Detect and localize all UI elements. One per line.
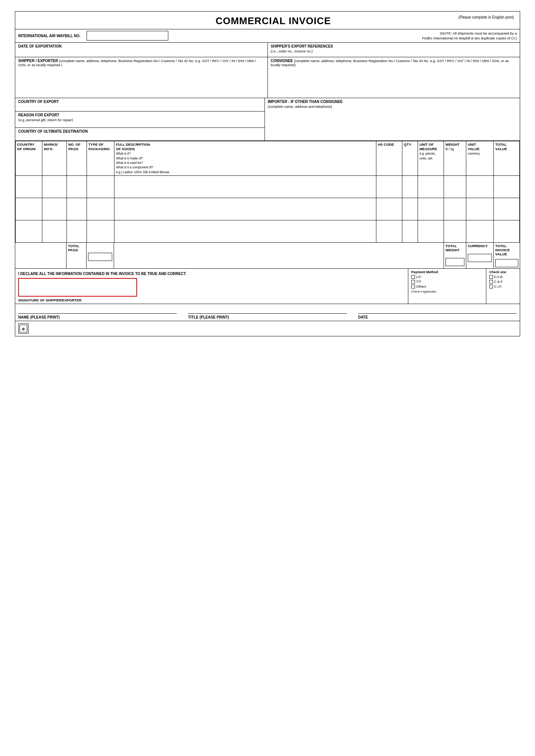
cell-desc[interactable]	[114, 198, 376, 220]
payment-options: L/C T/T Others	[411, 275, 483, 288]
date-input[interactable]	[358, 306, 517, 314]
cell-country[interactable]	[16, 176, 42, 198]
totals-pkgs-input[interactable]	[87, 243, 114, 268]
col-header-hscode: HS CODE	[376, 141, 402, 175]
payment-method-box: Payment Method L/C T/T Others	[408, 269, 486, 304]
sig-label: SIGNATURE OF SHIPPER/EXPORTER	[18, 298, 405, 302]
cell-hscode[interactable]	[376, 198, 402, 220]
cell-type[interactable]	[87, 198, 114, 220]
cell-desc[interactable]	[114, 220, 376, 243]
invoice-value-input-box[interactable]	[495, 259, 518, 267]
check-one-box: Check one F.O.B. C & F C.I.F.	[486, 269, 520, 304]
cell-desc[interactable]	[114, 176, 376, 198]
cell-weight[interactable]	[444, 220, 466, 243]
pm-option-others: Others	[411, 285, 483, 288]
cell-totalval[interactable]	[494, 176, 520, 198]
co-checkbox-cif[interactable]	[489, 285, 493, 288]
col-header-totalval: TOTALVALUE	[494, 141, 520, 175]
date-label: DATE	[358, 315, 517, 319]
cell-marks[interactable]	[42, 220, 67, 243]
name-label: NAME (PLEASE PRINT)	[18, 315, 177, 319]
totals-empty-mid	[114, 243, 444, 268]
bottom-row: NAME (PLEASE PRINT) TITLE (PLEASE PRINT)…	[15, 304, 520, 321]
title-label: TITLE (PLEASE PRINT)	[188, 315, 347, 319]
cell-marks[interactable]	[42, 176, 67, 198]
waybill-label: INTERNATIONAL AIR WAYBILL NO.	[15, 32, 84, 40]
cell-uom[interactable]	[418, 176, 444, 198]
cell-country[interactable]	[16, 220, 42, 243]
co-checkbox-fob[interactable]	[489, 275, 493, 279]
cell-qty[interactable]	[402, 220, 418, 243]
cell-totalval[interactable]	[494, 220, 520, 243]
cell-qty[interactable]	[402, 198, 418, 220]
cell-country[interactable]	[16, 198, 42, 220]
logo-row: e	[15, 321, 520, 336]
totals-pkgs-label: TOTAL PKGS	[67, 243, 87, 268]
cell-uom[interactable]	[418, 198, 444, 220]
cell-totalval[interactable]	[494, 198, 520, 220]
pm-checkbox-tt[interactable]	[411, 280, 415, 284]
col-header-type: TYPE OFPACKAGING	[87, 141, 114, 175]
waybill-row: INTERNATIONAL AIR WAYBILL NO. (NOTE: All…	[15, 29, 520, 43]
cell-hscode[interactable]	[376, 220, 402, 243]
cell-nopkgs[interactable]	[67, 220, 87, 243]
totals-invoice-label: TOTAL INVOICE VALUE	[494, 243, 520, 268]
totals-weight-label: TOTAL WEIGHT	[444, 243, 466, 268]
col-header-uom: UNIT OFMEASUREe.g. pieces,units, set.	[418, 141, 444, 175]
co-checkbox-cf[interactable]	[489, 280, 493, 284]
signature-box[interactable]	[18, 278, 137, 297]
please-complete: (Please complete in English print)	[458, 15, 514, 19]
col-header-unitval: UNITVALUEcurrency	[466, 141, 494, 175]
col-header-qty: QTY.	[402, 141, 418, 175]
cell-nopkgs[interactable]	[67, 198, 87, 220]
waybill-input[interactable]	[87, 31, 168, 41]
doc-title: COMMERCIAL INVOICE	[88, 15, 458, 27]
pm-checkbox-others[interactable]	[411, 285, 415, 288]
consignee-cell: CONSIGNEE (complete name, address, telep…	[268, 57, 520, 98]
col-header-nopkgs: NO. OFPKGS	[67, 141, 87, 175]
desc-note: What is it?What is it made of?What is it…	[116, 152, 170, 174]
pm-checkbox-lc[interactable]	[411, 275, 415, 279]
name-input[interactable]	[18, 306, 177, 314]
title-field: TITLE (PLEASE PRINT)	[188, 306, 347, 319]
cell-unitval[interactable]	[466, 198, 494, 220]
col-header-weight: WEIGHTlb / kg	[444, 141, 466, 175]
cell-uom[interactable]	[418, 220, 444, 243]
cell-weight[interactable]	[444, 198, 466, 220]
pm-option-tt: T/T	[411, 280, 483, 284]
title-input[interactable]	[188, 306, 347, 314]
items-table: COUNTRYOF ORIGIN MARKS/NO'S. NO. OFPKGS …	[15, 141, 520, 243]
col-header-country: COUNTRYOF ORIGIN	[16, 141, 42, 175]
cell-type[interactable]	[87, 220, 114, 243]
currency-input-box[interactable]	[468, 254, 492, 262]
pm-applicable: Check if applicable	[411, 290, 483, 293]
co-option-cf: C & F	[489, 280, 517, 284]
check-one-options: F.O.B. C & F C.I.F.	[489, 275, 517, 288]
table-row	[16, 198, 520, 220]
totals-currency-label: CURRENCY	[466, 243, 494, 268]
header-row: COMMERCIAL INVOICE (Please complete in E…	[15, 12, 520, 29]
table-header-row: COUNTRYOF ORIGIN MARKS/NO'S. NO. OFPKGS …	[16, 141, 520, 175]
date-export-cell: DATE OF EXPORTATION	[15, 43, 268, 57]
date-field: DATE	[358, 306, 517, 319]
col-header-desc: FULL DESCRIPTIONOF GOODS What is it?What…	[114, 141, 376, 175]
shipper-cell: SHIPPER / EXPORTER (complete name, addre…	[15, 57, 268, 98]
cell-hscode[interactable]	[376, 176, 402, 198]
cell-marks[interactable]	[42, 198, 67, 220]
cell-weight[interactable]	[444, 176, 466, 198]
payment-check-section: Payment Method L/C T/T Others	[408, 269, 520, 304]
country-destination-cell: COUNTRY OF ULTIMATE DESTINATION	[15, 128, 265, 140]
cell-qty[interactable]	[402, 176, 418, 198]
cell-type[interactable]	[87, 176, 114, 198]
totals-row: TOTAL PKGS TOTAL WEIGHT CURRENCY TOTAL I…	[15, 243, 520, 269]
cell-unitval[interactable]	[466, 176, 494, 198]
cell-nopkgs[interactable]	[67, 176, 87, 198]
pm-option-lc: L/C	[411, 275, 483, 279]
shipper-consignee-row: SHIPPER / EXPORTER (complete name, addre…	[15, 57, 520, 98]
shippers-export-cell: SHIPPER'S EXPORT REFERENCES (i.e., order…	[268, 43, 520, 57]
cell-unitval[interactable]	[466, 220, 494, 243]
pkgs-input-box[interactable]	[88, 253, 112, 261]
importer-cell: IMPORTER - IF OTHER THAN CONSIGNEE (comp…	[265, 98, 520, 140]
weight-input-box[interactable]	[445, 258, 464, 266]
reason-export-cell: REASON FOR EXPORT (e.g. personal gift, r…	[15, 112, 265, 128]
